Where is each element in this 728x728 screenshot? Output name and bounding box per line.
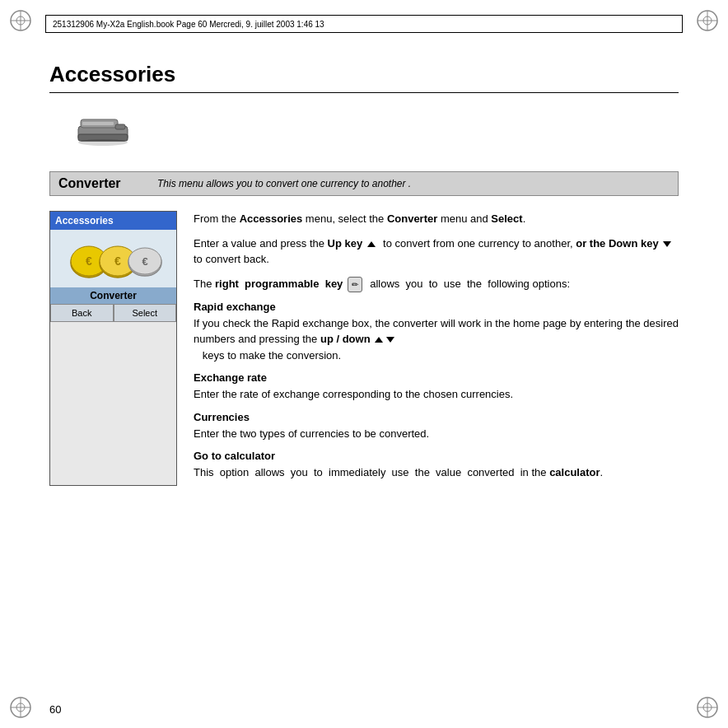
phone-converter-label: Converter: [50, 287, 176, 304]
phone-select-btn[interactable]: Select: [114, 304, 177, 322]
section-currencies: Currencies Enter the two types of curren…: [194, 411, 679, 442]
phone-back-btn[interactable]: Back: [50, 304, 114, 322]
exchange-rate-text: Enter the rate of exchange corresponding…: [194, 386, 679, 403]
exchange-rate-heading: Exchange rate: [194, 371, 679, 384]
page-title: Accessories: [49, 62, 679, 93]
page-content: Accessories Converter This menu allows y…: [49, 45, 679, 683]
two-column-layout: Accessories € € € Conver: [49, 211, 679, 486]
phone-title: Accessories: [50, 212, 176, 230]
section-rapid-exchange: Rapid exchange If you check the Rapid ex…: [194, 301, 679, 364]
phone-screenshot: Accessories € € € Conver: [49, 211, 177, 486]
section-go-to-calculator: Go to calculator This option allows you …: [194, 450, 679, 481]
svg-text:€: €: [142, 255, 147, 268]
section-exchange-rate: Exchange rate Enter the rate of exchange…: [194, 371, 679, 403]
stapler-icon: [74, 110, 132, 155]
converter-title: Converter: [58, 176, 141, 191]
svg-rect-19: [82, 122, 114, 125]
header-text: 251312906 My-X2a English.book Page 60 Me…: [53, 20, 324, 29]
svg-text:€: €: [114, 254, 121, 268]
intro-text: From the Accessories menu, select the Co…: [194, 211, 679, 227]
svg-point-21: [78, 139, 128, 146]
header-bar: 251312906 My-X2a English.book Page 60 Me…: [45, 15, 683, 33]
phone-body: € € €: [50, 230, 176, 287]
converter-banner: Converter This menu allows you to conver…: [49, 171, 679, 196]
corner-mark-tr: [695, 8, 720, 33]
corner-mark-br: [695, 695, 720, 720]
stapler-icon-area: [74, 110, 679, 155]
svg-rect-20: [115, 124, 125, 129]
right-column: From the Accessories menu, select the Co…: [194, 211, 679, 486]
phone-buttons: Back Select: [50, 304, 176, 322]
rpk-text: The right programmable key ✏ allows you …: [194, 276, 679, 292]
converter-description: This menu allows you to convert one curr…: [157, 178, 411, 189]
svg-text:€: €: [86, 254, 92, 268]
page-number: 60: [49, 703, 61, 716]
corner-mark-bl: [8, 695, 33, 720]
go-to-calculator-text: This option allows you to immediately us…: [194, 464, 679, 481]
corner-mark-tl: [8, 8, 33, 33]
go-to-calculator-heading: Go to calculator: [194, 450, 679, 462]
coins-image: € € €: [64, 234, 163, 283]
upkey-text: Enter a value and press the Up key to co…: [194, 236, 679, 268]
rapid-exchange-heading: Rapid exchange: [194, 301, 679, 313]
rapid-exchange-text: If you check the Rapid exchange box, the…: [194, 315, 679, 364]
currencies-heading: Currencies: [194, 411, 679, 423]
currencies-text: Enter the two types of currencies to be …: [194, 426, 679, 442]
